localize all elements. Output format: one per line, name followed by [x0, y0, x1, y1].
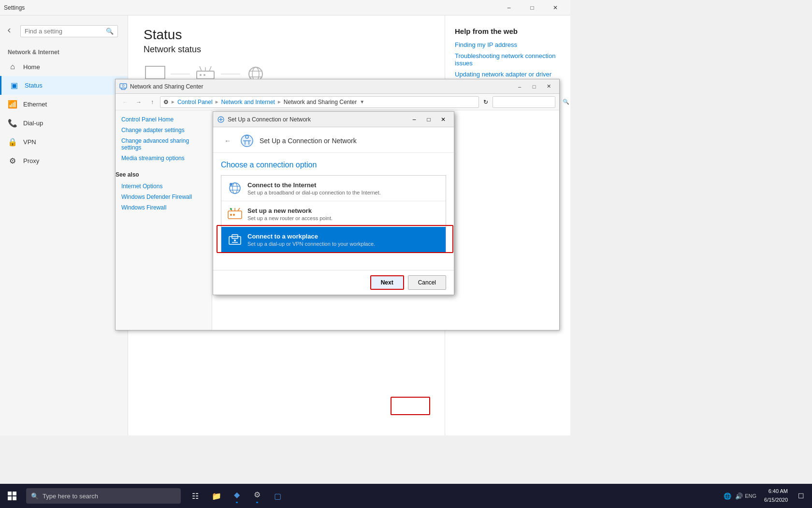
nsc-refresh-button[interactable]: ↻ — [481, 97, 491, 107]
breadcrumb-sep3: ► — [277, 99, 282, 105]
option-new-network[interactable]: Set up a new network Set up a new router… — [221, 201, 446, 227]
setup-header-icon — [239, 133, 255, 149]
nsc-title: Network and Sharing Center — [130, 83, 203, 90]
nsc-title-left: Network and Sharing Center — [119, 83, 203, 90]
nsc-root-icon: ⚙ — [163, 99, 169, 105]
nsc-sidebar: Control Panel Home Change adapter settin… — [116, 110, 212, 330]
nsc-forward-button[interactable]: → — [133, 96, 145, 108]
taskbar-clock[interactable]: 6:40 AM 6/15/2020 — [760, 487, 792, 504]
svg-point-14 — [122, 85, 124, 87]
sidebar-item-home[interactable]: ⌂ Home — [0, 58, 128, 76]
sidebar-item-label-home: Home — [23, 63, 40, 71]
svg-point-32 — [230, 214, 232, 216]
option-network-desc: Set up a new router or access point. — [247, 215, 440, 221]
ethernet-icon: 📶 — [8, 100, 17, 109]
nsc-up-button[interactable]: ↑ — [146, 96, 158, 108]
setup-title-icon — [217, 116, 225, 123]
option-workplace-icon — [227, 232, 243, 247]
taskbar-search-text: Type here to search — [43, 493, 98, 500]
edge-underline — [236, 502, 238, 503]
help-link-adapter[interactable]: Updating network adapter or driver — [455, 71, 561, 78]
sidebar-item-label-ethernet: Ethernet — [23, 101, 47, 108]
sidebar-item-ethernet[interactable]: 📶 Ethernet — [0, 95, 128, 114]
option-workplace-text: Connect to a workplace Set up a dial-up … — [247, 233, 440, 247]
sidebar-item-dialup[interactable]: 📞 Dial-up — [0, 114, 128, 133]
nsc-link-control-panel-home[interactable]: Control Panel Home — [116, 114, 212, 125]
nsc-link-change-adapter[interactable]: Change adapter settings — [116, 125, 212, 135]
minimize-button[interactable]: – — [498, 0, 520, 15]
network-line1 — [171, 74, 190, 75]
taskbar-app-icons: ☷ 📁 ◆ ⚙ ▢ — [185, 484, 287, 508]
network-status-icon[interactable]: 🌐 — [723, 489, 732, 503]
option-connect-internet[interactable]: Connect to the Internet Set up a broadba… — [221, 176, 446, 201]
setup-controls: – □ ✕ — [407, 113, 450, 126]
svg-rect-0 — [145, 66, 165, 79]
setup-back-button[interactable]: ← — [221, 134, 234, 148]
volume-icon[interactable]: 🔊 — [734, 489, 744, 503]
setup-header-title: Set Up a Connection or Network — [260, 137, 357, 145]
next-button[interactable]: Next — [370, 275, 404, 290]
notifications-button[interactable]: ☐ — [794, 484, 808, 508]
option-network-text: Set up a new network Set up a new router… — [247, 207, 440, 221]
taskbar-search[interactable]: 🔍 Type here to search — [26, 488, 181, 504]
store-icon: ▢ — [272, 490, 283, 502]
nsc-maximize-button[interactable]: □ — [527, 81, 541, 92]
nsc-also-see: See also Internet Options Windows Defend… — [116, 171, 212, 213]
setup-close-button[interactable]: ✕ — [436, 113, 450, 126]
maximize-button[interactable]: □ — [521, 0, 543, 15]
sidebar-item-proxy[interactable]: ⚙ Proxy — [0, 151, 128, 170]
nsc-back-button[interactable]: ← — [119, 96, 131, 108]
nsc-search[interactable]: 🔍 — [493, 96, 555, 108]
sidebar: 🔍 Network & Internet ⌂ Home ▣ Status 📶 E… — [0, 15, 128, 435]
option-network-title: Set up a new network — [247, 207, 440, 214]
nsc-link-media-streaming[interactable]: Media streaming options — [116, 153, 212, 164]
settings-app-icon: ⚙ — [251, 489, 263, 500]
nsc-search-input[interactable] — [496, 99, 563, 105]
setup-minimize-button[interactable]: – — [407, 113, 421, 126]
option-network-icon — [227, 206, 243, 222]
breadcrumb-sep1: ► — [171, 99, 175, 105]
network-line2 — [221, 74, 240, 75]
setup-title-left: Set Up a Connection or Network — [217, 116, 311, 123]
nsc-link-windows-defender[interactable]: Windows Defender Firewall — [116, 192, 212, 202]
nsc-link-internet-options[interactable]: Internet Options — [116, 181, 212, 192]
taskbar-edge[interactable]: ◆ — [227, 484, 246, 508]
nsc-link-windows-firewall[interactable]: Windows Firewall — [116, 202, 212, 213]
task-view-button[interactable]: ☷ — [185, 484, 206, 508]
nsc-close-button[interactable]: ✕ — [542, 81, 555, 92]
taskbar-settings[interactable]: ⚙ — [247, 484, 267, 508]
setup-body: Choose a connection option Connect to th… — [213, 153, 454, 270]
svg-point-30 — [230, 183, 232, 186]
home-icon: ⌂ — [8, 62, 17, 71]
back-button[interactable] — [6, 23, 13, 38]
svg-point-27 — [232, 183, 237, 194]
help-link-ip[interactable]: Finding my IP address — [455, 41, 561, 48]
nsc-minimize-button[interactable]: – — [513, 81, 526, 92]
settings-titlebar: Settings – □ ✕ — [0, 0, 570, 15]
nsc-link-change-advanced[interactable]: Change advanced sharing settings — [116, 135, 212, 153]
help-link-troubleshoot[interactable]: Troubleshooting network connection issue… — [455, 52, 561, 67]
titlebar-controls: – □ ✕ — [498, 0, 566, 15]
sidebar-item-label-dialup: Dial-up — [23, 120, 43, 127]
option-workplace[interactable]: Connect to a workplace Set up a dial-up … — [221, 227, 446, 252]
search-input[interactable] — [25, 28, 106, 35]
windows-logo-icon — [8, 492, 16, 500]
sidebar-item-vpn[interactable]: 🔒 VPN — [0, 133, 128, 151]
taskbar-store[interactable]: ▢ — [268, 484, 287, 508]
breadcrumb-current[interactable]: Network and Sharing Center — [284, 99, 357, 105]
nsc-address-bar[interactable]: ⚙ ► Control Panel ► Network and Internet… — [160, 96, 479, 108]
breadcrumb-network-internet[interactable]: Network and Internet — [221, 99, 275, 105]
setup-header: ← Set Up a Connection or Network — [213, 127, 454, 153]
close-button[interactable]: ✕ — [544, 0, 566, 15]
setup-maximize-button[interactable]: □ — [422, 113, 435, 126]
option-internet-text: Connect to the Internet Set up a broadba… — [247, 181, 440, 195]
sidebar-item-status[interactable]: ▣ Status — [0, 76, 128, 95]
nsc-search-icon: 🔍 — [563, 99, 569, 105]
sidebar-search[interactable]: 🔍 — [20, 25, 118, 37]
start-button[interactable] — [0, 484, 24, 508]
option-internet-desc: Set up a broadband or dial-up connection… — [247, 190, 440, 195]
taskbar-file-explorer[interactable]: 📁 — [207, 484, 226, 508]
sidebar-section-title: Network & Internet — [0, 45, 128, 58]
breadcrumb-control-panel[interactable]: Control Panel — [177, 99, 213, 105]
cancel-button[interactable]: Cancel — [408, 275, 446, 290]
